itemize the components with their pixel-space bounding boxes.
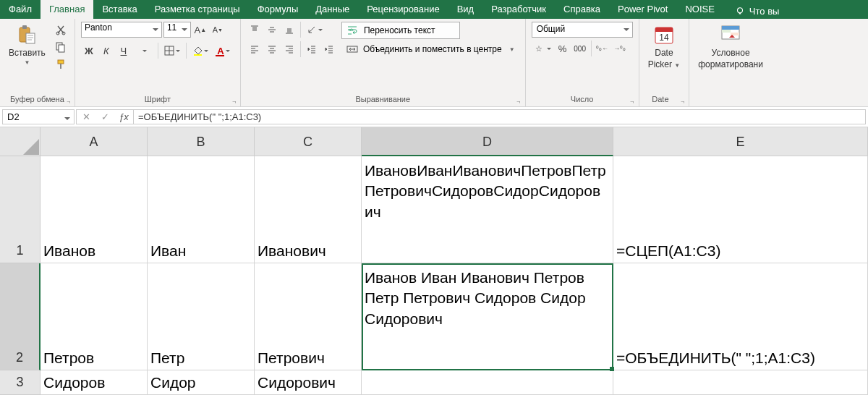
cell-b2[interactable]: Петр: [148, 263, 255, 370]
cell-c3[interactable]: Сидорович: [255, 370, 362, 395]
cell-a2[interactable]: Петров: [41, 263, 148, 370]
underline-dropdown[interactable]: [133, 43, 155, 59]
cell-a1[interactable]: Иванов: [41, 156, 148, 263]
paste-button[interactable]: Вставить ▼: [6, 22, 48, 67]
accounting-format-button[interactable]: ☆: [532, 41, 553, 56]
cancel-formula-button[interactable]: ✕: [77, 111, 95, 122]
borders-button[interactable]: [161, 43, 183, 59]
cell-b3[interactable]: Сидор: [148, 370, 255, 395]
cell-c1[interactable]: Иванович: [255, 156, 362, 263]
cell-d1[interactable]: ИвановИванИвановичПетровПетрПетровичСидо…: [362, 156, 613, 263]
name-box[interactable]: D2: [2, 109, 75, 124]
percent-button[interactable]: %: [555, 41, 571, 56]
svg-rect-12: [194, 54, 202, 56]
group-font: Panton 11 A▲ A▼ Ж К Ч А Шрифт: [75, 19, 241, 106]
indent-icon: [324, 44, 334, 54]
cell-a3[interactable]: Сидоров: [41, 370, 148, 395]
underline-button[interactable]: Ч: [116, 43, 132, 59]
group-alignment-label: Выравнивание: [247, 95, 519, 105]
align-left-button[interactable]: [247, 41, 263, 57]
group-clipboard-label: Буфер обмена: [6, 95, 69, 105]
increase-font-button[interactable]: A▲: [192, 22, 208, 38]
align-left-icon: [250, 44, 260, 54]
tab-developer[interactable]: Разработчик: [482, 0, 555, 19]
align-right-button[interactable]: [281, 41, 297, 57]
merge-center-button[interactable]: Объединить и поместить в центре ▼: [341, 41, 519, 58]
svg-text:ab: ab: [349, 27, 354, 32]
align-bottom-button[interactable]: [281, 22, 297, 38]
cell-e1[interactable]: =СЦЕП(A1:C3): [613, 156, 868, 263]
date-picker-button[interactable]: 14 Date Picker ▼: [645, 22, 684, 71]
bold-button[interactable]: Ж: [81, 43, 97, 59]
column-header-d[interactable]: D: [362, 127, 613, 156]
tab-file[interactable]: Файл: [0, 0, 41, 19]
italic-button[interactable]: К: [98, 43, 114, 59]
date-picker-label-1: Date: [655, 48, 673, 58]
format-painter-button[interactable]: [53, 56, 69, 72]
cut-button[interactable]: [53, 22, 69, 38]
ribbon-tabs: Файл Главная Вставка Разметка страницы Ф…: [0, 0, 868, 19]
borders-icon: [164, 46, 174, 56]
group-font-label: Шрифт: [81, 95, 234, 105]
font-size-select[interactable]: 11: [163, 22, 191, 38]
wrap-text-button[interactable]: ab Переносить текст: [341, 22, 460, 39]
cell-e3[interactable]: [613, 370, 868, 395]
comma-style-button[interactable]: 000: [572, 41, 588, 56]
svg-rect-3: [22, 25, 27, 29]
column-header-a[interactable]: A: [41, 127, 148, 156]
cell-b1[interactable]: Иван: [148, 156, 255, 263]
tab-powerpivot[interactable]: Power Pivot: [609, 0, 676, 19]
lightbulb-icon: [735, 7, 745, 17]
align-top-icon: [250, 25, 260, 35]
decrease-indent-button[interactable]: [304, 41, 320, 57]
paste-icon: [15, 23, 38, 46]
tab-formulas[interactable]: Формулы: [249, 0, 307, 19]
tell-me-search[interactable]: Что вы: [726, 0, 788, 19]
wrap-text-icon: ab: [346, 25, 359, 36]
tab-help[interactable]: Справка: [555, 0, 609, 19]
separator: [186, 43, 187, 59]
formula-input[interactable]: =ОБЪЕДИНИТЬ(" ";1;A1:C3): [133, 109, 866, 124]
row-header-1[interactable]: 1: [0, 156, 41, 263]
orientation-icon: [307, 25, 317, 35]
cell-d3[interactable]: [362, 370, 613, 395]
column-header-b[interactable]: B: [148, 127, 255, 156]
conditional-formatting-button[interactable]: Условное форматировани: [695, 22, 766, 71]
cell-d2[interactable]: Иванов Иван Иванович Петров Петр Петрови…: [362, 263, 613, 370]
worksheet-grid[interactable]: A B C D E 1 Иванов Иван Иванович ИвановИ…: [0, 127, 868, 395]
align-center-button[interactable]: [264, 41, 280, 57]
tab-home[interactable]: Главная: [41, 0, 93, 19]
tab-insert[interactable]: Вставка: [93, 0, 145, 19]
copy-button[interactable]: [53, 39, 69, 55]
enter-formula-button[interactable]: ✓: [95, 111, 114, 122]
number-format-select[interactable]: Общий: [532, 22, 633, 38]
tab-data[interactable]: Данные: [307, 0, 358, 19]
column-header-e[interactable]: E: [613, 127, 868, 156]
chevron-down-icon: ▼: [509, 46, 515, 53]
svg-rect-20: [722, 26, 739, 30]
svg-rect-21: [722, 30, 731, 33]
select-all-corner[interactable]: [0, 127, 41, 156]
increase-decimal-button[interactable]: ⁰₀←: [595, 41, 610, 56]
cell-e2[interactable]: =ОБЪЕДИНИТЬ(" ";1;A1:C3): [613, 263, 868, 370]
column-header-c[interactable]: C: [255, 127, 362, 156]
insert-function-button[interactable]: ƒx: [114, 111, 133, 122]
align-middle-icon: [267, 25, 277, 35]
svg-rect-10: [60, 64, 61, 69]
tab-noise[interactable]: NOISE: [676, 0, 723, 19]
row-header-3[interactable]: 3: [0, 370, 41, 395]
align-middle-button[interactable]: [264, 22, 280, 38]
font-name-select[interactable]: Panton: [81, 22, 162, 38]
cell-c2[interactable]: Петрович: [255, 263, 362, 370]
tab-view[interactable]: Вид: [448, 0, 483, 19]
fill-color-button[interactable]: [190, 43, 211, 59]
orientation-button[interactable]: [304, 22, 326, 38]
tab-review[interactable]: Рецензирование: [358, 0, 448, 19]
tab-page-layout[interactable]: Разметка страницы: [146, 0, 249, 19]
decrease-font-button[interactable]: A▼: [210, 22, 226, 38]
decrease-decimal-button[interactable]: →⁰₀: [612, 41, 628, 56]
align-top-button[interactable]: [247, 22, 263, 38]
row-header-2[interactable]: 2: [0, 263, 41, 370]
increase-indent-button[interactable]: [321, 41, 337, 57]
font-color-button[interactable]: А: [213, 43, 234, 59]
